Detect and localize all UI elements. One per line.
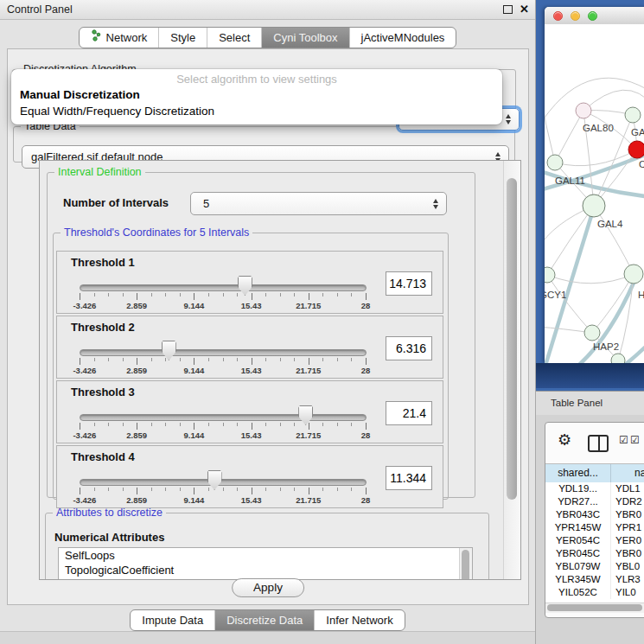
split-columns-icon[interactable] — [588, 435, 609, 452]
tick-mark — [337, 358, 338, 361]
network-edge[interactable] — [594, 206, 634, 274]
attribute-list-item[interactable]: TopologicalCoefficient — [59, 563, 472, 577]
threshold-value-field[interactable] — [386, 401, 432, 425]
network-canvas[interactable]: GAL80GACGAL11GAL4GCY1HHAP2 — [545, 24, 644, 363]
table-cell-shared: YLR345W — [545, 573, 611, 586]
threshold-slider-track[interactable] — [80, 414, 367, 421]
tick-mark — [80, 293, 80, 300]
bottom-tab-infer-network[interactable]: Infer Network — [314, 610, 404, 630]
tick-mark — [337, 423, 338, 426]
bottom-tab-discretize-data[interactable]: Discretize Data — [214, 610, 314, 630]
gear-icon[interactable]: ⚙ — [558, 431, 571, 449]
tick-mark — [337, 293, 338, 296]
table-hscrollbar-thumb[interactable] — [547, 604, 642, 611]
tick-mark — [94, 293, 95, 296]
attributes-list-scrollbar[interactable] — [459, 548, 472, 580]
apply-button[interactable]: Apply — [232, 578, 304, 597]
close-icon[interactable]: ✕ — [520, 0, 529, 19]
network-window-titlebar[interactable] — [545, 7, 644, 25]
network-edge[interactable] — [555, 111, 583, 163]
checkbox-icon[interactable]: ☑ — [630, 434, 640, 446]
threshold-value-field[interactable] — [386, 466, 432, 490]
tick-mark — [223, 488, 224, 491]
tick-mark — [322, 293, 323, 296]
tick-mark — [280, 423, 281, 426]
tick-label: 15.43 — [241, 366, 262, 375]
attributes-items: SelfLoopsTopologicalCoefficientBetweenne… — [59, 548, 472, 580]
table-row[interactable]: YER054CYER0 — [545, 534, 644, 547]
tick-mark — [322, 488, 323, 491]
table-rows: YDL19...YDL1YDR27...YDR2YBR043CYBR0YPR14… — [545, 482, 644, 603]
network-node-label: GAL4 — [597, 219, 623, 229]
tick-mark — [123, 423, 124, 426]
tab-label: Select — [219, 28, 250, 48]
minimize-traffic-light-icon[interactable] — [571, 11, 580, 21]
network-node-label: HAP2 — [593, 341, 619, 352]
network-node[interactable] — [547, 155, 563, 170]
table-row[interactable]: YPR145WYPR1 — [545, 521, 644, 534]
tick-mark — [208, 488, 209, 491]
network-node[interactable] — [611, 354, 625, 363]
table-row[interactable]: YLR345WYLR3 — [545, 573, 644, 586]
network-node[interactable] — [628, 141, 644, 158]
column-header-shared[interactable]: shared... — [545, 464, 611, 483]
network-node[interactable] — [576, 103, 591, 118]
number-of-intervals-combo[interactable]: 5 — [190, 192, 447, 215]
network-edge[interactable] — [547, 206, 594, 275]
tick-mark — [351, 358, 352, 361]
column-header-name[interactable]: na — [611, 464, 644, 483]
table-row[interactable]: YBR045CYBR0 — [545, 547, 644, 560]
network-node-label: H — [638, 290, 644, 300]
tick-mark — [252, 293, 252, 300]
tab-label: Style — [170, 28, 195, 48]
tab-label: jActiveMNodules — [361, 28, 445, 48]
network-node[interactable] — [625, 107, 641, 123]
tab-network[interactable]: Network — [80, 28, 159, 48]
network-edge[interactable] — [545, 85, 555, 163]
checkbox-icon[interactable]: ☑ — [619, 434, 628, 446]
tick-mark — [137, 293, 137, 300]
viewport-scrollbar-thumb[interactable] — [507, 178, 517, 500]
slider-tick-labels: -3.4262.8599.14415.4321.71528 — [80, 301, 366, 310]
network-node[interactable] — [584, 325, 600, 341]
float-window-icon[interactable] — [503, 5, 513, 14]
viewport-scrollbar[interactable] — [503, 161, 520, 579]
close-traffic-light-icon[interactable] — [553, 11, 563, 21]
table-row[interactable]: YDR27...YDR2 — [545, 495, 644, 508]
tab-jactivemnodules[interactable]: jActiveMNodules — [349, 28, 456, 48]
table-cell-name: YLR3 — [611, 573, 644, 586]
threshold-label: Threshold 4 — [71, 450, 135, 463]
threshold-value-field[interactable] — [386, 271, 432, 296]
table-row[interactable]: YIL052CYIL0 — [545, 586, 644, 599]
algorithm-popup-item[interactable]: Manual Discretization — [11, 86, 502, 103]
table-cell-name: YBR0 — [611, 547, 644, 560]
threshold-value-field[interactable] — [386, 336, 432, 360]
threshold-slider-track[interactable] — [80, 479, 367, 486]
tick-mark — [223, 358, 224, 361]
network-node[interactable] — [545, 267, 555, 283]
threshold-panel: Threshold 3-3.4262.8599.14415.4321.71528 — [56, 380, 443, 443]
threshold-slider-track[interactable] — [80, 284, 367, 291]
bottom-tab-impute-data[interactable]: Impute Data — [131, 610, 214, 630]
tab-cyni-toolbox[interactable]: Cyni Toolbox — [261, 28, 348, 48]
tick-mark — [366, 423, 367, 430]
attributes-list[interactable]: SelfLoopsTopologicalCoefficientBetweenne… — [58, 547, 473, 580]
threshold-label: Threshold 3 — [71, 386, 135, 399]
network-edge[interactable] — [547, 274, 634, 284]
threshold-slider-track[interactable] — [80, 349, 367, 356]
attribute-list-item[interactable]: SelfLoops — [59, 548, 472, 563]
table-row[interactable]: YBL079WYBL0 — [545, 560, 644, 573]
algorithm-popup-item[interactable]: Equal Width/Frequency Discretization — [11, 103, 502, 119]
top-tab-bar: NetworkStyleSelectCyni ToolboxjActiveMNo… — [0, 27, 535, 48]
network-node[interactable] — [583, 194, 605, 217]
table-horizontal-scrollbar[interactable] — [545, 603, 644, 613]
zoom-traffic-light-icon[interactable] — [588, 11, 597, 21]
tab-style[interactable]: Style — [158, 28, 207, 48]
network-node[interactable] — [624, 265, 643, 284]
tick-mark — [294, 488, 295, 491]
network-edge-thick[interactable] — [545, 207, 594, 363]
table-row[interactable]: YDL19...YDL1 — [545, 482, 644, 495]
table-row[interactable]: YBR043CYBR0 — [545, 508, 644, 521]
tab-select[interactable]: Select — [207, 28, 261, 48]
tick-mark — [108, 488, 109, 491]
